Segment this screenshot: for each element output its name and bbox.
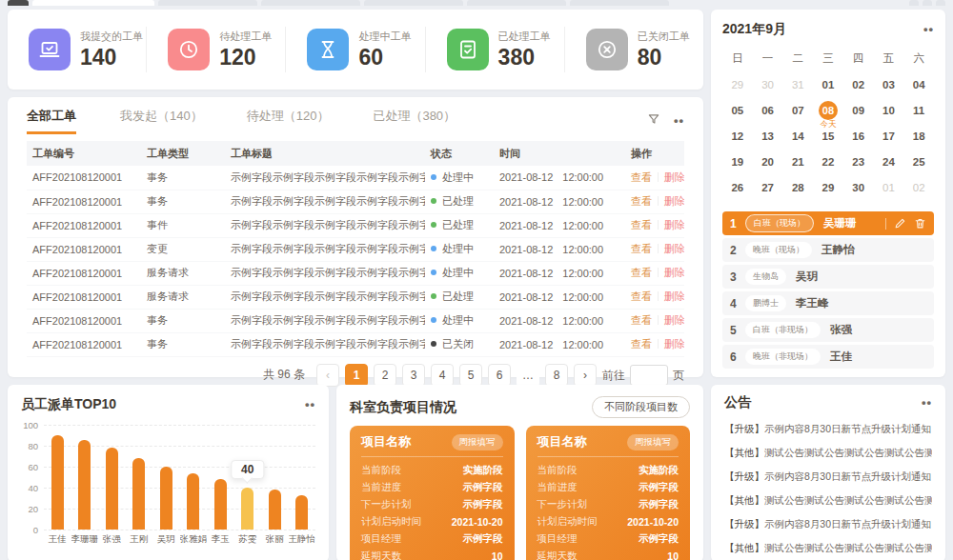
shift-item[interactable]: 4 鹏博士 李王峰 [722,291,934,315]
page-button-8[interactable]: 8 [545,364,568,387]
page-ellipsis[interactable]: … [517,364,539,387]
view-link[interactable]: 查看 [631,243,652,254]
browser-tab-chip[interactable] [261,0,360,6]
view-link[interactable]: 查看 [631,314,652,326]
calendar-day[interactable]: 19 [722,149,753,174]
calendar-day[interactable]: 12 [722,123,753,149]
page-button-6[interactable]: 6 [488,364,511,387]
browser-tab-chip[interactable] [467,0,566,6]
stage-count-button[interactable]: 不同阶段项目数 [592,396,690,418]
calendar-day[interactable]: 18 [903,123,934,149]
prev-page-button[interactable]: ‹ [316,364,339,387]
calendar-day[interactable]: 07 [782,97,813,123]
calendar-day[interactable]: 06 [753,97,783,123]
filter-icon[interactable] [647,112,660,130]
view-link[interactable]: 查看 [631,219,652,230]
calendar-day[interactable]: 17 [874,123,904,149]
weekly-report-badge[interactable]: 周报填写 [452,434,503,450]
calendar-day[interactable]: 05 [722,97,753,123]
delete-link[interactable]: 删除 [664,290,684,302]
browser-tab-chip[interactable] [32,0,154,6]
shift-item[interactable]: 5 白班（非现场） 张强 [722,318,934,342]
more-menu-icon[interactable]: •• [922,399,932,407]
announcement-item[interactable]: 【升级】示例内容8月30日新节点升级计划通知 [724,465,932,489]
chart-bar[interactable] [132,458,145,530]
trash-icon[interactable] [914,217,926,230]
calendar-day[interactable]: 01 [874,174,904,200]
view-link[interactable]: 查看 [631,171,652,183]
calendar-day[interactable]: 14 [782,123,813,149]
chart-bar[interactable] [51,435,64,530]
calendar-day[interactable]: 30 [843,174,874,200]
calendar-day-today[interactable]: 08今天 [813,97,843,123]
browser-tab-chip[interactable] [8,0,29,6]
chart-bar[interactable] [214,479,227,530]
browser-tab-chip[interactable] [909,0,919,6]
chart-bar[interactable] [187,473,199,530]
announcement-item[interactable]: 【其他】测试公告测试公告测试公告测试公告测试公告 [724,489,932,512]
delete-link[interactable]: 删除 [664,171,684,183]
tab-all-workorders[interactable]: 全部工单 [27,108,76,134]
calendar-day[interactable]: 11 [903,97,934,123]
delete-link[interactable]: 删除 [664,338,684,350]
calendar-day[interactable]: 31 [782,71,813,97]
calendar-day[interactable]: 01 [813,71,843,97]
calendar-day[interactable]: 29 [722,71,753,97]
goto-page-input[interactable] [630,365,668,386]
calendar-day[interactable]: 10 [874,97,904,123]
calendar-day[interactable]: 22 [813,149,843,174]
browser-tab-chip[interactable] [158,0,257,6]
calendar-day[interactable]: 02 [903,174,934,200]
calendar-day[interactable]: 25 [903,149,934,174]
calendar-day[interactable]: 28 [782,174,813,200]
delete-link[interactable]: 删除 [664,195,684,207]
announcement-item[interactable]: 【升级】示例内容8月30日新节点升级计划通知 [724,417,932,441]
weekly-report-badge[interactable]: 周报填写 [627,434,679,450]
tab-workorders[interactable]: 待处理（120） [247,108,330,134]
tab-workorders[interactable]: 我发起（140） [120,108,203,134]
calendar-day[interactable]: 09 [843,97,874,123]
page-button-4[interactable]: 4 [431,364,454,387]
more-menu-icon[interactable]: •• [923,26,934,33]
browser-tab-chip[interactable] [936,0,945,6]
page-button-1[interactable]: 1 [345,364,368,387]
shift-item[interactable]: 6 晚班（非现场） 王佳 [722,345,934,369]
calendar-day[interactable]: 02 [843,71,874,97]
calendar-day[interactable]: 26 [722,174,753,200]
chart-bar[interactable] [78,440,91,530]
browser-tab-chip[interactable] [364,0,463,6]
view-link[interactable]: 查看 [631,195,652,207]
more-menu-icon[interactable]: •• [674,117,684,125]
page-button-5[interactable]: 5 [459,364,482,387]
calendar-day[interactable]: 24 [874,149,904,174]
chart-bar[interactable] [295,495,308,530]
delete-link[interactable]: 删除 [664,267,684,278]
announcement-item[interactable]: 【其他】测试公告测试公告测试公告测试公告测试公告 [724,536,932,560]
calendar-day[interactable]: 29 [813,174,843,200]
more-menu-icon[interactable]: •• [305,401,315,409]
calendar-day[interactable]: 15 [813,123,843,149]
calendar-day[interactable]: 03 [874,71,904,97]
shift-item[interactable]: 2 晚班（现场） 王静怡 [722,238,934,262]
view-link[interactable]: 查看 [631,338,652,350]
chart-bar[interactable] [269,490,281,530]
delete-link[interactable]: 删除 [664,243,684,254]
announcement-item[interactable]: 【升级】示例内容8月30日新节点升级计划通知 [724,512,932,536]
calendar-day[interactable]: 23 [843,149,874,174]
chart-bar[interactable] [160,467,172,530]
delete-link[interactable]: 删除 [664,314,684,326]
chart-bar[interactable] [106,448,118,530]
browser-tab-chip[interactable] [923,0,932,6]
next-page-button[interactable]: › [574,364,597,387]
calendar-day[interactable]: 13 [753,123,783,149]
announcement-item[interactable]: 【其他】测试公告测试公告测试公告测试公告测试公告 [724,441,932,465]
browser-tab-chip[interactable] [570,0,669,6]
shift-item[interactable]: 3 生物岛 吴玥 [722,265,934,289]
calendar-day[interactable]: 21 [782,149,813,174]
view-link[interactable]: 查看 [631,290,652,302]
calendar-day[interactable]: 27 [753,174,783,200]
delete-link[interactable]: 删除 [664,219,684,230]
chart-bar[interactable] [241,488,253,530]
calendar-day[interactable]: 04 [903,71,934,97]
calendar-day[interactable]: 30 [753,71,783,97]
